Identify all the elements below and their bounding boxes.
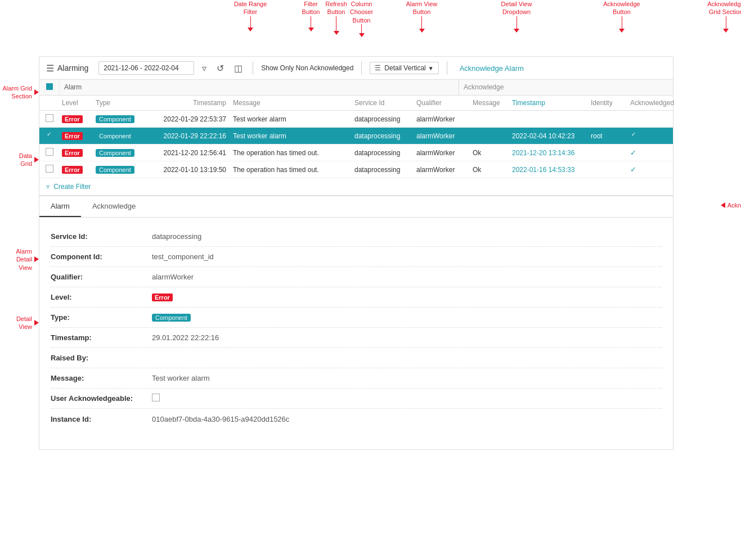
row4-checkbox[interactable]: [39, 161, 60, 178]
field-service-id: Service Id: dataprocessing: [51, 227, 662, 247]
row3-ack-message: Ok: [470, 146, 510, 160]
col-header-timestamp: Timestamp: [150, 96, 228, 110]
ann-alarm-view-label: Alarm ViewButton: [406, 0, 437, 16]
row2-ack-identity: root: [589, 129, 628, 143]
row3-ack-status: ✓: [628, 145, 673, 160]
value-type: Component: [152, 313, 191, 322]
alarm-view-label: Show Only Non Acknowledged: [261, 64, 353, 72]
row1-message: Test worker alarm: [228, 112, 352, 127]
detail-content: Service Id: dataprocessing Component Id:…: [39, 218, 673, 438]
toolbar: ☰ Alarming ▿ ↺ ◫ Show Only Non Acknowled…: [39, 57, 673, 80]
ann-column-chooser-label: Column ChooserButton: [340, 0, 383, 24]
detail-view-dropdown[interactable]: ☰ Detail Vertical ▼: [370, 62, 438, 74]
row1-component-badge: Component: [96, 115, 134, 123]
row3-service: dataprocessing: [352, 146, 414, 160]
label-message: Message:: [51, 374, 152, 382]
row4-checkbox-box[interactable]: [46, 165, 53, 173]
create-filter-icon: ▿: [46, 183, 50, 191]
toolbar-title: ☰ Alarming: [46, 63, 88, 74]
level-error-badge: Error: [152, 293, 173, 301]
row4-error-badge: Error: [62, 166, 83, 174]
col-header-checkbox: [39, 100, 60, 106]
row3-error-badge: Error: [62, 149, 83, 157]
detail-view-dropdown-text: Detail Vertical: [384, 64, 425, 72]
row4-message: The operation has timed out.: [228, 162, 352, 177]
row3-ack-identity: [589, 150, 628, 156]
alarm-section-header: Alarm: [60, 80, 459, 95]
row1-ack-timestamp: [510, 116, 589, 123]
row3-level: Error: [60, 146, 93, 160]
col-header-ack-timestamp: Timestamp: [510, 96, 589, 110]
value-component-id: test_component_id: [152, 252, 214, 261]
value-user-acknowledgeable[interactable]: [152, 394, 160, 403]
col-header-qualifier: Qualifier: [414, 96, 470, 110]
field-component-id: Component Id: test_component_id: [51, 247, 662, 267]
row2-error-badge: Error: [62, 132, 83, 140]
column-headers: Level Type Timestamp Message Service Id …: [39, 96, 673, 111]
table-row[interactable]: Error Component 2021-12-20 12:56:41 The …: [39, 144, 673, 161]
row1-checkbox-box[interactable]: [46, 114, 53, 122]
row4-ack-status: ✓: [628, 162, 673, 177]
label-raised-by: Raised By:: [51, 354, 152, 362]
col-header-message: Message: [228, 96, 352, 110]
row2-ack-timestamp: 2022-02-04 10:42:23: [510, 129, 589, 143]
toolbar-title-text: Alarming: [57, 64, 88, 73]
ann-date-range-label: Date RangeFilter: [234, 0, 267, 16]
row2-type: Component: [93, 129, 150, 143]
value-service-id: dataprocessing: [152, 232, 201, 241]
col-header-type: Type: [93, 96, 150, 110]
ann-filter-button-label: FilterButton: [302, 0, 320, 16]
filter-icon[interactable]: ▿: [200, 62, 209, 75]
field-user-acknowledgeable: User Acknowledgeable:: [51, 389, 662, 409]
row3-type: Component: [93, 146, 150, 160]
detail-view-panel: Alarm Acknowledge Acknowledge Detail Vie…: [39, 196, 673, 438]
label-level: Level:: [51, 293, 152, 301]
row4-level: Error: [60, 162, 93, 177]
row2-checkbox-box[interactable]: [46, 131, 53, 139]
col-header-service: Service Id: [352, 96, 414, 110]
user-acknowledgeable-checkbox[interactable]: [152, 394, 160, 401]
column-chooser-icon[interactable]: ◫: [232, 62, 245, 75]
toolbar-separator-3: [447, 61, 447, 75]
date-range-input[interactable]: [98, 61, 194, 75]
row1-qualifier: alarmWorker: [414, 112, 470, 127]
value-level: Error: [152, 293, 173, 301]
refresh-icon[interactable]: ↺: [214, 62, 226, 75]
row2-checkbox[interactable]: [39, 128, 60, 144]
row2-ack-status: [628, 128, 673, 144]
row3-checkbox-box[interactable]: [46, 148, 53, 156]
table-row[interactable]: Error Component 2022-01-10 13:19:50 The …: [39, 161, 673, 178]
value-qualifier: alarmWorker: [152, 273, 194, 281]
value-timestamp: 29.01.2022 22:22:16: [152, 333, 219, 342]
row3-checkmark: ✓: [630, 148, 636, 157]
hamburger-icon[interactable]: ☰: [46, 63, 54, 74]
label-qualifier: Qualifier:: [51, 273, 152, 281]
row3-checkbox[interactable]: [39, 144, 60, 161]
row1-level: Error: [60, 112, 93, 127]
ann-acknowledge-grid-label: AcknowledgeGrid Section: [707, 0, 741, 16]
tab-acknowledge[interactable]: Acknowledge: [81, 196, 147, 217]
row3-ack-timestamp: 2021-12-20 13:14:36: [510, 146, 589, 160]
acknowledge-alarm-button[interactable]: Acknowledge Alarm: [455, 62, 528, 75]
ann-detail-view-label: Detail ViewDropdown: [501, 0, 532, 16]
tab-alarm[interactable]: Alarm: [39, 196, 81, 217]
toolbar-separator-1: [253, 61, 253, 75]
table-row[interactable]: Error Component 2022-01-29 22:53:37 Test…: [39, 111, 673, 128]
row4-ack-identity: [589, 166, 628, 173]
create-filter-link[interactable]: ▿ Create Filter: [39, 178, 673, 196]
col-header-ack-identity: Identity: [589, 96, 628, 110]
row4-service: dataprocessing: [352, 162, 414, 177]
row3-message: The operation has timed out.: [228, 146, 352, 160]
toolbar-separator-2: [361, 61, 362, 75]
table-row[interactable]: Error Component 2022-01-29 22:22:16 Test…: [39, 128, 673, 144]
row1-ack-identity: [589, 116, 628, 123]
detail-tabs: Alarm Acknowledge Acknowledge Detail Vie…: [39, 196, 673, 218]
row4-ack-timestamp: 2022-01-16 14:53:33: [510, 162, 589, 177]
row4-type: Component: [93, 162, 150, 177]
field-message: Message: Test worker alarm: [51, 368, 662, 389]
row1-timestamp: 2022-01-29 22:53:37: [150, 112, 228, 127]
field-raised-by: Raised By:: [51, 348, 662, 368]
field-type: Type: Component: [51, 308, 662, 328]
detail-view-chevron-icon: ▼: [428, 65, 434, 71]
row1-checkbox[interactable]: [39, 111, 60, 127]
